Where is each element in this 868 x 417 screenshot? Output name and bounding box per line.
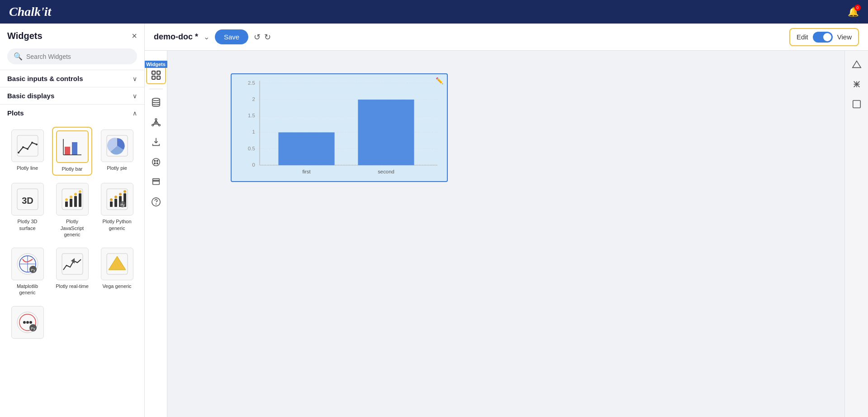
plotly-js-label: Plotly JavaScript generic <box>55 218 90 238</box>
svg-point-73 <box>156 204 156 204</box>
svg-point-29 <box>114 196 117 198</box>
panel-btn-import[interactable] <box>147 134 165 151</box>
svg-point-47 <box>26 321 29 324</box>
plotly-py-icon: Py <box>101 183 133 216</box>
plotly-js-icon <box>56 183 89 216</box>
svg-rect-18 <box>79 193 81 207</box>
more-icon: Py <box>11 306 44 339</box>
edit-label: Edit <box>797 33 808 41</box>
save-button[interactable]: Save <box>215 29 248 44</box>
svg-rect-53 <box>152 76 155 79</box>
svg-text:0.5: 0.5 <box>248 146 255 151</box>
vega-label: Vega generic <box>102 283 131 289</box>
widget-matplotlib[interactable]: Py Matplotlib generic <box>7 245 47 299</box>
section-plots[interactable]: Plots ∧ <box>0 104 144 121</box>
section-plots-label: Plots <box>7 109 24 117</box>
svg-point-48 <box>29 321 32 324</box>
vega-icon <box>101 248 133 280</box>
matplotlib-label: Matplotlib generic <box>10 283 45 296</box>
plotly-realtime-label: Plotly real-time <box>56 283 89 289</box>
svg-point-68 <box>154 163 155 164</box>
svg-text:second: second <box>378 169 394 174</box>
plotly-bar-icon <box>56 130 89 163</box>
svg-point-1 <box>18 152 19 153</box>
svg-point-59 <box>155 122 157 124</box>
widget-plotly-line[interactable]: Plotly line <box>7 127 47 176</box>
panel-btn-palette[interactable] <box>147 153 165 171</box>
doc-chevron[interactable]: ⌄ <box>204 33 209 41</box>
content-area: demo-doc * ⌄ Save ↺ ↻ Edit View <box>145 24 868 417</box>
panel-btn-layer[interactable] <box>147 173 165 191</box>
panel-btn-widgets[interactable]: Widgets <box>146 66 166 84</box>
edit-view-toggle[interactable]: Edit View <box>789 28 859 46</box>
svg-point-19 <box>65 198 68 201</box>
mode-toggle[interactable] <box>813 32 833 43</box>
widget-plotly-js[interactable]: Plotly JavaScript generic <box>52 180 92 240</box>
svg-text:0: 0 <box>252 162 255 168</box>
search-box: 🔍 <box>7 48 137 64</box>
widget-plotly-py[interactable]: Py Plotly Python generic <box>97 180 137 240</box>
search-icon: 🔍 <box>14 52 23 61</box>
right-triangle-tool[interactable] <box>848 55 866 73</box>
matplotlib-icon: Py <box>11 248 44 280</box>
panel-btn-help[interactable] <box>147 193 165 211</box>
widget-vega[interactable]: Vega generic <box>97 245 137 299</box>
svg-point-30 <box>119 193 122 196</box>
svg-marker-92 <box>852 61 860 68</box>
svg-text:Py: Py <box>120 203 124 207</box>
left-icon-bar: Widgets <box>145 51 167 417</box>
svg-point-56 <box>155 119 157 120</box>
plotly-line-label: Plotly line <box>17 165 38 171</box>
svg-point-69 <box>157 163 158 164</box>
plotly-pie-label: Plotly pie <box>107 165 127 171</box>
right-square-tool[interactable] <box>848 95 866 113</box>
plotly-line-icon <box>11 129 44 162</box>
widget-plotly-realtime[interactable]: Plotly real-time <box>52 245 92 299</box>
chart-edit-icon[interactable]: ✏️ <box>436 77 443 84</box>
panel-btn-database[interactable] <box>147 94 165 111</box>
section-basic-displays-chevron: ∨ <box>133 92 137 100</box>
svg-rect-88 <box>278 132 334 165</box>
redo-button[interactable]: ↻ <box>264 32 271 42</box>
section-basic-displays[interactable]: Basic displays ∨ <box>0 87 144 104</box>
section-basic-inputs-chevron: ∨ <box>133 75 137 82</box>
plotly-pie-icon <box>101 129 133 162</box>
widget-more[interactable]: Py <box>7 303 47 344</box>
doc-name: demo-doc * <box>154 32 198 42</box>
section-basic-displays-label: Basic displays <box>7 92 54 100</box>
panel-btn-network[interactable] <box>147 114 165 131</box>
undo-button[interactable]: ↺ <box>254 32 261 42</box>
main-canvas[interactable]: ✏️ 0 0.5 1 1.5 <box>167 51 844 417</box>
sidebar-close-button[interactable]: × <box>132 31 137 41</box>
svg-point-2 <box>22 146 24 148</box>
svg-point-28 <box>110 198 113 201</box>
svg-point-21 <box>74 193 77 196</box>
svg-point-3 <box>27 148 28 150</box>
left-bar-separator-1 <box>149 89 163 89</box>
svg-text:3D: 3D <box>22 196 33 206</box>
widget-plotly-3d[interactable]: 3D Plotly 3D surface <box>7 180 47 240</box>
svg-point-5 <box>36 144 38 145</box>
svg-text:first: first <box>302 169 311 174</box>
search-input[interactable] <box>26 53 131 60</box>
svg-text:1.5: 1.5 <box>248 113 255 118</box>
svg-point-4 <box>31 142 33 144</box>
plotly-py-label: Plotly Python generic <box>100 218 134 231</box>
svg-rect-90 <box>358 100 414 165</box>
svg-text:Py: Py <box>31 326 35 331</box>
svg-rect-0 <box>17 135 38 156</box>
chart-widget[interactable]: ✏️ 0 0.5 1 1.5 <box>231 73 448 182</box>
notification-bell[interactable]: 🔔 0 <box>848 6 859 17</box>
section-basic-inputs[interactable]: Basic inputs & controls ∨ <box>0 70 144 87</box>
svg-rect-52 <box>157 71 160 74</box>
svg-point-65 <box>152 158 160 166</box>
widget-plotly-pie[interactable]: Plotly pie <box>97 127 137 176</box>
svg-point-66 <box>154 160 155 162</box>
right-cross-tool[interactable] <box>848 75 866 93</box>
plotly-realtime-icon <box>56 248 89 280</box>
svg-point-22 <box>79 190 81 193</box>
widget-plotly-bar[interactable]: Plotly bar <box>52 127 92 176</box>
svg-rect-15 <box>65 201 68 207</box>
svg-rect-24 <box>110 201 113 207</box>
svg-text:Py: Py <box>31 268 35 272</box>
